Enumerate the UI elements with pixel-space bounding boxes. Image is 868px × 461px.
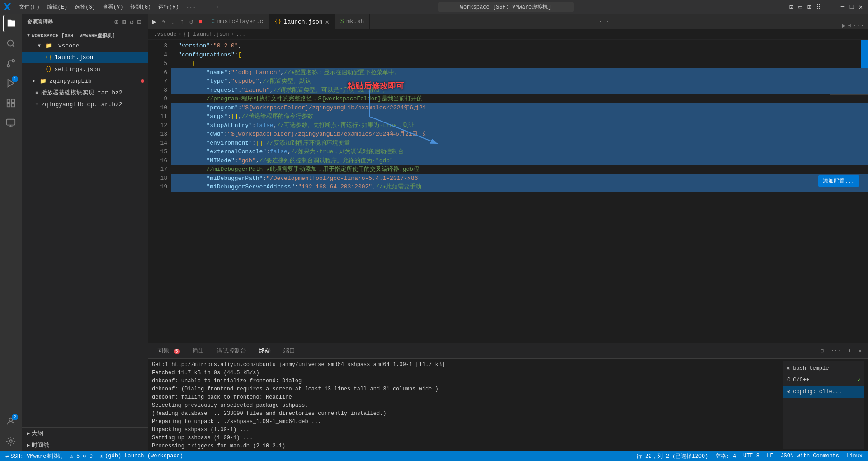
layout-icon[interactable]: ⊡ (788, 4, 795, 10)
line-num-10: 10 (152, 103, 167, 113)
vscode-folder[interactable]: ▼ 📁 .vscode (22, 40, 148, 52)
workspace-section: ▼ WORKSPACE [SSH: VMWARE虚拟机] ▼ 📁 .vscode… (22, 30, 148, 111)
search-bar[interactable]: workspace [SSH: VMware虚拟机] (438, 2, 574, 12)
split-editor-button[interactable]: ⊟ (847, 22, 851, 29)
settings-icon[interactable] (3, 433, 19, 449)
step-over-icon[interactable]: ↷ (160, 17, 167, 26)
status-line-ending[interactable]: LF (765, 451, 775, 461)
archive1-item[interactable]: ≡ 播放器基础模块实现.tar.bz2 (22, 87, 148, 99)
tab-launch-close[interactable]: ✕ (326, 18, 329, 26)
svg-rect-7 (7, 104, 10, 107)
zqingyanglib-folder[interactable]: ▶ 📁 zqingyangLib (22, 75, 148, 87)
minimize-button[interactable]: ─ (839, 4, 846, 10)
code-colon-1: : (210, 42, 213, 51)
svg-rect-9 (7, 119, 15, 125)
collapse-icon[interactable]: ⊟ (137, 17, 142, 27)
code-key-configs: "configurations" (178, 51, 235, 60)
add-config-button[interactable]: 添加配置... (818, 175, 859, 187)
workspace-title[interactable]: ▼ WORKSPACE [SSH: VMWARE虚拟机] (22, 31, 148, 40)
timeline-section[interactable]: ▶ 时间线 (22, 439, 148, 451)
split-icon[interactable]: ⊞ (806, 4, 813, 10)
line-num-3: 3 (152, 42, 167, 51)
step-into-icon[interactable]: ↓ (169, 17, 176, 26)
status-git[interactable]: ⊞ (gdb) Launch (workspace) (98, 451, 185, 461)
refresh-icon[interactable]: ↺ (129, 17, 135, 27)
panel-close-icon[interactable]: ✕ (856, 347, 864, 355)
breadcrumb-vscode[interactable]: .vscode (154, 31, 176, 38)
remote-explorer-icon[interactable] (3, 115, 19, 131)
panel-tab-debug[interactable]: 调试控制台 (212, 344, 252, 358)
restart-icon[interactable]: ↺ (188, 17, 195, 26)
errors-label: ⚠ 5 ⊘ 0 (70, 453, 92, 460)
terminal-main[interactable]: Get:1 http://mirrors.aliyun.com/ubuntu j… (152, 361, 783, 449)
folder-chevron: ▼ (38, 43, 43, 48)
archive2-item[interactable]: ≡ zqingyangLibtcp.tar.bz2 (22, 99, 148, 110)
close-button[interactable]: ✕ (857, 4, 864, 10)
settings-json-item[interactable]: {} settings.json (22, 63, 148, 75)
menu-goto[interactable]: 转到(G) (127, 2, 154, 12)
stop-icon[interactable]: ■ (197, 17, 204, 26)
line-num-13: 13 (152, 130, 167, 139)
nav-back-button[interactable]: ← (202, 4, 211, 10)
code-comma-args: , (238, 112, 242, 121)
svg-point-11 (9, 440, 12, 442)
code-colon-args: : (227, 112, 231, 121)
menu-more[interactable]: ... (184, 3, 199, 11)
explorer-icon[interactable] (3, 15, 19, 32)
more-actions-button[interactable]: ··· (853, 22, 864, 29)
new-folder-icon[interactable]: ⊞ (121, 17, 127, 27)
code-content[interactable]: "version" : "0.2.0" , "configurations" :… (171, 40, 868, 343)
tab-launch[interactable]: {} launch.json ✕ (269, 14, 335, 29)
panel-tab-output[interactable]: 输出 (187, 344, 210, 358)
new-file-icon[interactable]: ⊕ (113, 17, 119, 27)
sidebar-header: 资源管理器 ⊕ ⊞ ↺ ⊟ (22, 14, 148, 30)
menu-select[interactable]: 选择(S) (72, 2, 98, 12)
menu-view[interactable]: 查看(V) (100, 2, 126, 12)
panel-more-icon[interactable]: ··· (828, 347, 844, 355)
code-val-cwd: "${workspaceFolder}/zqingyangLib/example… (227, 130, 427, 139)
breadcrumb-more[interactable]: ... (236, 31, 246, 38)
status-ssh[interactable]: ⇌ SSH: VMware虚拟机 (4, 451, 64, 461)
search-icon[interactable] (3, 35, 19, 52)
panel-tab-problems[interactable]: 问题 5 (152, 344, 185, 358)
continue-icon[interactable]: ▶ (150, 16, 158, 27)
code-val-request: "launch" (241, 86, 269, 95)
terminal-cppdbg-item[interactable]: ⊙ cppdbg: clie... (783, 386, 864, 398)
tab-mksh[interactable]: $ mk.sh (335, 14, 370, 29)
terminal-cpp-item[interactable]: C C/C++: ... ✓ (783, 374, 864, 386)
terminal-line-5: debconf: falling back to frontend: Readl… (152, 393, 783, 401)
status-line-col[interactable]: 行 22，列 2 (已选择1200) (635, 451, 710, 461)
line-col-label: 行 22，列 2 (已选择1200) (637, 452, 708, 460)
tab-musicplayer[interactable]: C musicPlayer.c (206, 14, 269, 29)
code-editor[interactable]: 3 4 5 6 7 8 9 10 11 12 13 14 15 16 17 18 (148, 40, 868, 343)
tab-more-button[interactable]: ··· (595, 14, 613, 29)
status-language[interactable]: JSON with Comments (778, 451, 841, 461)
nav-forward-button[interactable]: → (215, 4, 224, 10)
terminal-bash-item[interactable]: ⊞ bash temple (783, 362, 864, 374)
menu-run[interactable]: 运行(R) (156, 2, 182, 12)
step-out-icon[interactable]: ↑ (178, 17, 185, 26)
status-spaces[interactable]: 空格: 4 (713, 451, 738, 461)
grid-icon[interactable]: ⠿ (815, 4, 822, 10)
status-encoding[interactable]: UTF-8 (741, 451, 761, 461)
vscode-logo (4, 3, 11, 10)
run-button[interactable]: ▶ (842, 22, 845, 29)
panel-tab-ports[interactable]: 端口 (278, 344, 301, 358)
extensions-icon[interactable] (3, 95, 19, 111)
run-debug-icon[interactable]: 1 (3, 75, 19, 91)
launch-json-item[interactable]: {} launch.json (22, 52, 148, 63)
menu-edit[interactable]: 编辑(E) (44, 2, 71, 12)
panel-layout-icon[interactable]: ⊟ (818, 347, 826, 355)
status-errors[interactable]: ⚠ 5 ⊘ 0 (68, 451, 94, 461)
menu-file[interactable]: 文件(F) (16, 2, 42, 12)
source-control-icon[interactable] (3, 55, 19, 71)
breadcrumb-launch[interactable]: {} launch.json (184, 31, 229, 38)
panel-maximize-icon[interactable]: ⬆ (845, 347, 854, 355)
debug-badge: 1 (12, 76, 18, 82)
status-platform[interactable]: Linux (844, 451, 864, 461)
panel-icon[interactable]: ▭ (797, 4, 804, 10)
maximize-button[interactable]: □ (848, 4, 855, 10)
account-icon[interactable]: 2 (3, 413, 19, 429)
outline-section[interactable]: ▶ 大纲 (22, 428, 148, 439)
panel-tab-terminal[interactable]: 终端 (254, 344, 276, 358)
